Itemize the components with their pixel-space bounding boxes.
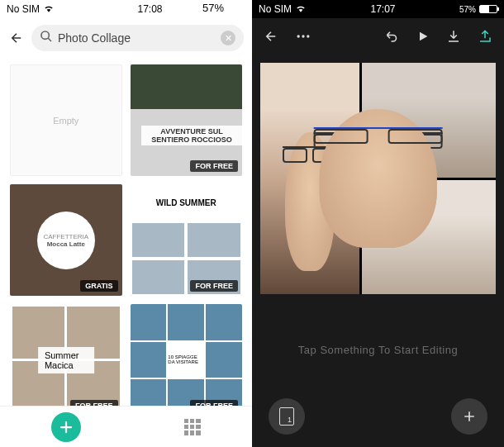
back-button[interactable] [264, 29, 278, 44]
share-icon[interactable] [478, 29, 492, 44]
template-title: 10 SPIAGGE DA VISITARE [168, 342, 204, 378]
clock: 17:08 [137, 3, 162, 15]
carrier-label: No SIM [7, 3, 40, 15]
badge: GRATIS [80, 280, 117, 292]
download-icon[interactable] [446, 29, 461, 44]
carrier-label: No SIM [259, 3, 292, 15]
template-title: AVVENTURE SUL SENTIERO ROCCIOSO [141, 126, 242, 145]
bottom-actions: 1 [252, 398, 504, 435]
bottom-nav [0, 406, 252, 447]
editor-hint: Tap Something To Start Editing [252, 344, 504, 356]
back-button[interactable] [8, 30, 25, 46]
template-title: WILD SUMMER [131, 184, 243, 221]
template-title: Summer Macica [38, 347, 94, 373]
template-card[interactable]: WILD SUMMER FOR FREE [131, 184, 243, 296]
editor-toolbar [252, 18, 504, 55]
play-icon[interactable] [416, 30, 430, 43]
template-card[interactable]: AVVENTURE SUL SENTIERO ROCCIOSO FOR FREE [131, 64, 243, 176]
more-icon[interactable] [295, 28, 311, 45]
wifi-icon [43, 2, 55, 17]
search-row: ✕ [0, 18, 252, 58]
template-card[interactable]: 10 SPIAGGE DA VISITARE FOR FREE [131, 304, 243, 413]
page-count: 1 [279, 407, 294, 426]
wifi-icon [295, 2, 307, 17]
battery-overlap-label: 57% [202, 2, 224, 14]
left-screenshot: No SIM 17:08 ✕ Empty AVVENTURE SUL SENTI… [0, 0, 252, 447]
template-grid: Empty AVVENTURE SUL SENTIERO ROCCIOSO FO… [0, 58, 252, 413]
badge: FOR FREE [190, 280, 238, 292]
svg-point-3 [307, 35, 309, 37]
search-icon [40, 30, 53, 46]
template-card[interactable]: CAFFETTERIA Mocca Latte GRATIS [10, 184, 122, 296]
search-box[interactable]: ✕ [31, 25, 244, 51]
templates-nav-icon[interactable] [184, 419, 201, 435]
undo-icon[interactable] [385, 29, 400, 44]
add-button[interactable] [451, 398, 487, 435]
badge: FOR FREE [190, 160, 238, 172]
status-bar: No SIM 17:07 57% [252, 0, 504, 18]
template-card[interactable]: Summer Macica FOR FREE [10, 304, 122, 413]
battery-icon [479, 5, 497, 13]
svg-point-2 [302, 35, 304, 37]
template-title: CAFFETTERIA Mocca Latte [37, 212, 95, 269]
battery-percent: 57% [459, 5, 476, 14]
collage-canvas[interactable] [260, 63, 496, 294]
svg-point-1 [297, 35, 300, 37]
search-input[interactable] [58, 31, 216, 45]
template-empty[interactable]: Empty [10, 64, 122, 176]
clear-search-button[interactable]: ✕ [221, 31, 235, 45]
svg-point-0 [41, 31, 49, 39]
clock: 17:07 [370, 3, 395, 15]
create-button[interactable] [51, 412, 81, 442]
collage-photo[interactable] [362, 180, 496, 295]
right-screenshot: No SIM 17:07 57% [252, 0, 504, 447]
pages-button[interactable]: 1 [269, 398, 305, 435]
empty-label: Empty [53, 116, 78, 126]
